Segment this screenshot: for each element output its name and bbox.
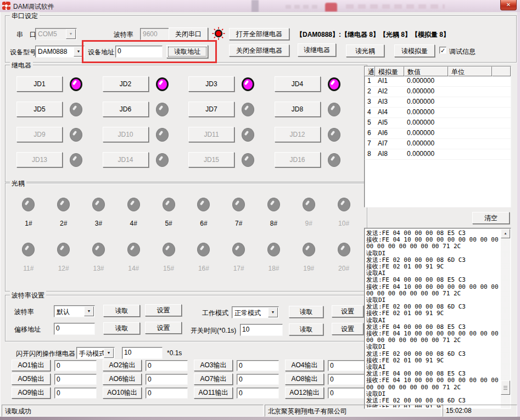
- analog-output-cell: AO4输出 0: [285, 360, 376, 371]
- read-opto-button[interactable]: 读光耦: [346, 44, 384, 57]
- column-header-unit[interactable]: 单位: [448, 66, 492, 76]
- work-mode-read-button[interactable]: 读取: [289, 306, 323, 318]
- table-row[interactable]: 6 AI6 0.000000: [365, 128, 511, 139]
- analog-output-button[interactable]: AO5输出: [12, 373, 51, 385]
- analog-output-button[interactable]: AO1输出: [12, 360, 51, 371]
- read-relays-button[interactable]: 读继电器: [298, 43, 336, 57]
- relay-button[interactable]: JD11: [188, 127, 234, 142]
- switch-time-set-button[interactable]: 设置: [332, 323, 364, 335]
- switch-time-read-button[interactable]: 读取: [289, 323, 323, 335]
- relay-button[interactable]: JD1: [16, 76, 63, 92]
- read-analog-button[interactable]: 读模拟量: [394, 44, 435, 57]
- open-all-relays-button[interactable]: 打开全部继电器: [229, 28, 289, 40]
- close-icon[interactable]: ✕: [500, 0, 517, 10]
- analog-output-input[interactable]: 0: [237, 374, 279, 385]
- device-model-select[interactable]: DAM0888 ▼: [35, 46, 85, 58]
- cell-value: 0.000000: [404, 87, 448, 97]
- scrollbar-thumb[interactable]: [501, 380, 510, 395]
- debug-info-checkbox[interactable]: ✓: [439, 47, 446, 54]
- relay-button[interactable]: JD8: [275, 102, 321, 117]
- port-select[interactable]: COM5 ▼: [35, 28, 77, 40]
- relay-led-icon: [242, 77, 254, 91]
- relay-button[interactable]: JD5: [16, 102, 63, 117]
- table-row[interactable]: 5 AI5 0.000000: [365, 118, 511, 128]
- opto-cell: 6#: [197, 198, 210, 227]
- relay-button[interactable]: JD7: [188, 102, 234, 117]
- relay-button[interactable]: JD14: [103, 152, 149, 167]
- opto-cell: 4#: [127, 198, 140, 227]
- table-row[interactable]: 4 AI4 0.000000: [365, 108, 511, 118]
- analog-output-button[interactable]: AO4输出: [285, 360, 324, 371]
- log-scrollbar[interactable]: ▲: [501, 229, 510, 408]
- flash-time-input[interactable]: 10: [122, 347, 163, 359]
- opto-cell: 7#: [232, 198, 245, 227]
- offset-set-button[interactable]: 设置: [145, 322, 182, 334]
- analog-output-button[interactable]: AO6输出: [103, 373, 142, 385]
- relay-button[interactable]: JD16: [275, 152, 321, 167]
- relay-cell: JD8: [275, 102, 361, 117]
- opto-group: 光耦 1# 2# 3#: [5, 183, 367, 292]
- analog-output-input[interactable]: 0: [237, 360, 279, 371]
- opto-led-icon: [338, 198, 350, 211]
- relay-button[interactable]: JD15: [188, 152, 234, 167]
- relay-button[interactable]: JD3: [188, 76, 234, 92]
- close-port-button[interactable]: 关闭串口: [169, 27, 208, 41]
- relay-button[interactable]: JD13: [16, 152, 63, 167]
- analog-output-button[interactable]: AO2输出: [103, 360, 142, 371]
- work-mode-set-button[interactable]: 设置: [332, 305, 364, 317]
- chevron-down-icon[interactable]: ▼: [84, 306, 94, 316]
- flash-mode-select[interactable]: 手动模式 ▼: [76, 347, 115, 359]
- port-value: COM5: [38, 30, 57, 38]
- device-address-input[interactable]: 0: [115, 46, 163, 58]
- scroll-up-icon[interactable]: ▲: [501, 229, 510, 238]
- analog-output-button[interactable]: AO9输出: [12, 387, 51, 399]
- chevron-down-icon[interactable]: ▼: [66, 29, 76, 39]
- analog-output-button[interactable]: AO7输出: [194, 373, 233, 385]
- analog-output-input[interactable]: 0: [54, 374, 97, 385]
- relay-button[interactable]: JD4: [275, 76, 321, 92]
- relay-button[interactable]: JD9: [16, 127, 63, 142]
- read-address-button[interactable]: 读取地址: [166, 45, 208, 58]
- baud-set-button[interactable]: 设置: [145, 304, 182, 316]
- column-header-channel[interactable]: 通: [365, 66, 375, 76]
- analog-output-input[interactable]: 0: [146, 374, 188, 385]
- clear-log-button[interactable]: 清空: [472, 212, 510, 224]
- analog-output-input[interactable]: 0: [146, 360, 188, 371]
- analog-output-button[interactable]: AO12输出: [285, 387, 324, 399]
- cell-analog: AI6: [375, 128, 404, 138]
- analog-output-input[interactable]: 0: [54, 360, 97, 371]
- analog-output-button[interactable]: AO8输出: [285, 373, 324, 385]
- chevron-down-icon[interactable]: ▼: [268, 307, 278, 317]
- chevron-down-icon[interactable]: ▼: [104, 348, 114, 358]
- baud-read-button[interactable]: 读取: [103, 305, 140, 317]
- close-all-relays-button[interactable]: 关闭全部继电器: [229, 44, 289, 57]
- table-row[interactable]: 2 AI2 0.000000: [365, 87, 511, 97]
- table-row[interactable]: 3 AI3 0.000000: [365, 97, 511, 108]
- work-mode-select[interactable]: 正常模式 ▼: [232, 306, 279, 318]
- offset-address-input[interactable]: 0: [54, 323, 95, 335]
- analog-output-input[interactable]: 0: [146, 388, 188, 399]
- relay-button[interactable]: JD10: [103, 127, 149, 142]
- table-row[interactable]: 7 AI7 0.000000: [365, 139, 511, 149]
- relay-button[interactable]: JD12: [275, 127, 321, 142]
- offset-read-button[interactable]: 读取: [103, 322, 140, 334]
- relay-cell: JD3: [188, 76, 275, 92]
- opto-cell: 3#: [92, 198, 105, 227]
- switch-time-input[interactable]: 10: [240, 324, 283, 336]
- relay-led-icon: [328, 103, 340, 116]
- column-header-value[interactable]: 数值: [404, 66, 448, 76]
- analog-output-button[interactable]: AO3输出: [194, 360, 233, 371]
- column-header-analog[interactable]: 模拟量: [375, 66, 404, 76]
- relay-button[interactable]: JD2: [103, 76, 149, 92]
- table-row[interactable]: 8 AI8 0.000000: [365, 149, 511, 160]
- analog-output-button[interactable]: AO10输出: [103, 387, 142, 399]
- baud-select[interactable]: 默认 ▼: [54, 305, 95, 317]
- table-row[interactable]: 1 AI1 0.000000: [365, 76, 511, 87]
- analog-output-input[interactable]: 0: [54, 388, 97, 399]
- relay-button[interactable]: JD6: [103, 102, 149, 117]
- titlebar-artifact: [251, 0, 259, 12]
- analog-output-button[interactable]: AO11输出: [194, 387, 233, 399]
- debug-log-text: 发送:FE 04 00 00 00 08 E5 C3 接收:FE 04 10 0…: [366, 230, 500, 407]
- analog-output-input[interactable]: 0: [237, 388, 279, 399]
- opto-led-icon: [197, 243, 210, 256]
